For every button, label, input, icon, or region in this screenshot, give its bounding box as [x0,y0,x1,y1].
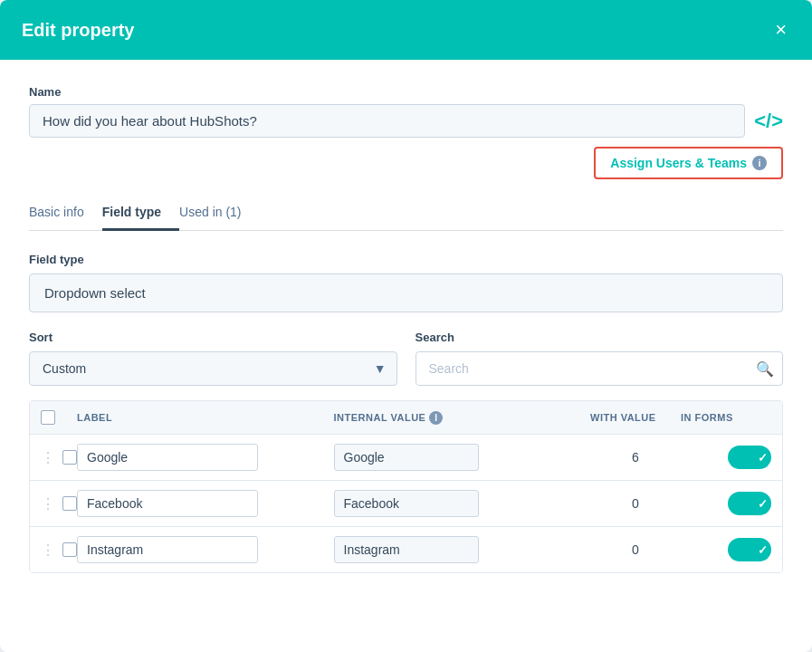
row-checkbox[interactable] [62,542,77,557]
modal-header: Edit property × [0,0,812,60]
row-label-input[interactable] [77,490,258,517]
drag-handle-icon[interactable]: ⋮ [41,449,55,466]
row-drag-check-cell: ⋮ [41,542,77,559]
header-with-value: WITH VALUE [590,412,681,423]
row-drag-check-cell: ⋮ [41,449,77,466]
search-column: Search 🔍 [416,331,784,386]
row-internal-value-display: Instagram [334,536,479,563]
row-label-cell [77,444,334,471]
drag-handle-icon[interactable]: ⋮ [41,495,55,513]
assign-info-icon: i [752,156,767,170]
row-with-value-cell: 0 [590,496,681,511]
table-row: ⋮ Instagram 0 ✓ [30,527,782,572]
row-in-forms-cell: ✓ [681,492,771,515]
row-with-value: 0 [590,496,681,511]
row-internal-value-cell: Instagram [334,536,591,563]
sort-column: Sort Custom Alphabetical Numeric ▼ [29,331,397,386]
search-icon-button[interactable]: 🔍 [756,360,774,378]
field-type-label: Field type [29,253,783,266]
table-row: ⋮ Google 6 ✓ [30,435,782,481]
search-wrapper: 🔍 [416,351,784,386]
row-drag-check-cell: ⋮ [41,495,77,513]
name-label: Name [29,85,783,99]
row-with-value: 6 [590,450,681,465]
row-internal-value-display: Facebook [334,490,479,517]
sort-label: Sort [29,331,397,344]
code-icon[interactable]: </> [754,110,783,133]
row-in-forms-cell: ✓ [681,446,771,469]
edit-property-modal: Edit property × Name </> Assign Users & … [0,0,812,652]
table-header: LABEL INTERNAL VALUE i WITH VALUE IN FOR… [30,401,782,435]
in-forms-toggle[interactable]: ✓ [728,446,771,469]
row-label-input[interactable] [77,444,258,471]
sort-select[interactable]: Custom Alphabetical Numeric [29,351,397,386]
assign-btn-label: Assign Users & Teams [610,156,747,170]
row-with-value: 0 [590,542,681,557]
header-checkbox-cell [41,410,77,425]
tabs-container: Basic info Field type Used in (1) [29,196,783,231]
close-button[interactable]: × [771,16,790,43]
toggle-check-icon: ✓ [758,497,768,511]
sort-search-row: Sort Custom Alphabetical Numeric ▼ Searc… [29,331,783,386]
assign-users-teams-button[interactable]: Assign Users & Teams i [594,147,783,179]
row-internal-value-cell: Facebook [334,490,591,517]
search-label: Search [416,331,784,344]
row-with-value-cell: 6 [590,450,681,465]
row-with-value-cell: 0 [590,542,681,557]
table-row: ⋮ Facebook 0 ✓ [30,481,782,527]
toggle-check-icon: ✓ [758,543,768,557]
sort-select-wrapper: Custom Alphabetical Numeric ▼ [29,351,397,386]
row-label-cell [77,536,334,563]
row-label-cell [77,490,334,517]
internal-value-info-icon[interactable]: i [429,411,443,425]
header-internal-value: INTERNAL VALUE i [334,411,591,425]
field-type-display: Dropdown select [29,273,783,312]
name-input[interactable] [29,104,745,138]
tab-basic-info[interactable]: Basic info [29,196,102,231]
in-forms-toggle[interactable]: ✓ [728,538,771,561]
assign-btn-wrapper: Assign Users & Teams i [29,147,783,179]
modal-title: Edit property [22,20,134,41]
name-row: </> [29,104,783,138]
modal-body: Name </> Assign Users & Teams i Basic in… [0,60,812,573]
row-internal-value-display: Google [334,444,479,471]
row-in-forms-cell: ✓ [681,538,771,561]
row-label-input[interactable] [77,536,258,563]
toggle-check-icon: ✓ [758,451,768,465]
tab-used-in[interactable]: Used in (1) [179,196,259,231]
row-internal-value-cell: Google [334,444,591,471]
in-forms-toggle[interactable]: ✓ [728,492,771,515]
row-checkbox[interactable] [62,496,77,511]
tab-field-type[interactable]: Field type [102,196,179,231]
search-input[interactable] [416,351,784,386]
header-label: LABEL [77,412,334,423]
row-checkbox[interactable] [62,450,77,465]
header-in-forms: IN FORMS [681,412,771,423]
drag-handle-icon[interactable]: ⋮ [41,542,55,559]
options-table: LABEL INTERNAL VALUE i WITH VALUE IN FOR… [29,400,783,573]
select-all-checkbox[interactable] [41,410,55,425]
